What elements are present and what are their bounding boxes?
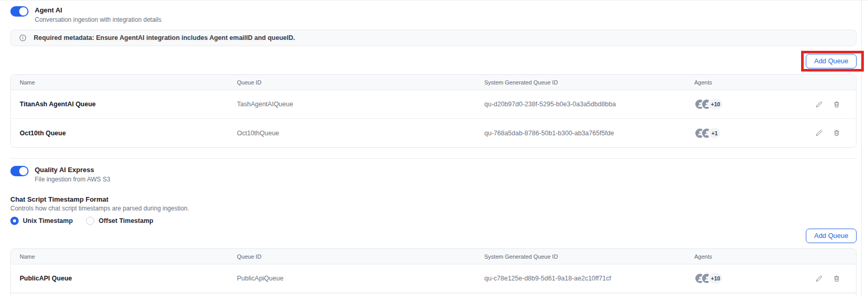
toggle-knob bbox=[19, 7, 27, 16]
queue-id: TashAgentAIQueue bbox=[237, 101, 484, 108]
agent-ai-description: Conversation ingestion with integration … bbox=[35, 16, 161, 24]
quality-ai-queue-table: Name Queue ID System Generated Queue ID … bbox=[10, 248, 857, 296]
queue-id: Oct10thQueue bbox=[237, 130, 484, 137]
table-header: Name Queue ID System Generated Queue ID … bbox=[11, 249, 856, 264]
required-metadata-banner: Required metadata: Ensure AgentAI integr… bbox=[10, 30, 857, 46]
radio-selected-icon bbox=[10, 217, 19, 225]
timestamp-format-label: Chat Script Timestamp Format bbox=[10, 195, 857, 203]
info-icon bbox=[19, 34, 26, 41]
radio-label: Unix Timestamp bbox=[23, 217, 73, 224]
queue-name: Oct10th Queue bbox=[11, 130, 237, 137]
agents-cell: +1 bbox=[694, 127, 798, 139]
radio-unselected-icon bbox=[86, 217, 94, 225]
edit-icon[interactable] bbox=[815, 101, 823, 108]
timestamp-format-description: Controls how chat script timestamps are … bbox=[10, 205, 857, 212]
agent-ai-section-header: Agent AI Conversation ingestion with int… bbox=[10, 6, 857, 24]
system-queue-id: qu-d20b97d0-238f-5295-b0e3-0a3a5dbd8bba bbox=[484, 101, 694, 108]
system-queue-id: qu-768a5dab-8786-50b1-b300-ab3a765f5fde bbox=[484, 130, 694, 137]
col-header-agents: Agents bbox=[694, 79, 798, 86]
timestamp-format-options: Unix Timestamp Offset Timestamp bbox=[10, 217, 857, 225]
delete-icon[interactable] bbox=[833, 275, 841, 283]
edit-icon[interactable] bbox=[815, 129, 823, 137]
table-row-partial bbox=[11, 293, 856, 296]
delete-icon[interactable] bbox=[833, 129, 841, 137]
radio-label: Offset Timestamp bbox=[99, 217, 153, 224]
quality-ai-label: Quality AI Express bbox=[35, 165, 110, 174]
col-header-queue-id: Queue ID bbox=[237, 79, 484, 86]
row-actions bbox=[798, 275, 856, 283]
quality-ai-description: File ingestion from AWS S3 bbox=[35, 175, 110, 184]
settings-page: Agent AI Conversation ingestion with int… bbox=[0, 0, 868, 296]
queue-id: PublicApiQueue bbox=[237, 275, 484, 282]
delete-icon[interactable] bbox=[833, 101, 841, 108]
add-queue-button[interactable]: Add Queue bbox=[806, 54, 857, 68]
table-header: Name Queue ID System Generated Queue ID … bbox=[11, 75, 856, 90]
col-header-system-queue-id: System Generated Queue ID bbox=[484, 253, 694, 260]
queue-name: TitanAsh AgentAI Queue bbox=[11, 101, 237, 108]
add-queue-button[interactable]: Add Queue bbox=[806, 229, 857, 243]
section-divider bbox=[10, 158, 857, 159]
col-header-name: Name bbox=[11, 79, 237, 86]
row-actions bbox=[798, 101, 856, 108]
quality-ai-toggle[interactable] bbox=[10, 166, 29, 176]
col-header-name: Name bbox=[11, 253, 237, 260]
col-header-system-queue-id: System Generated Queue ID bbox=[484, 79, 694, 86]
agents-more-badge: +10 bbox=[708, 272, 723, 285]
agents-cell: +10 bbox=[694, 98, 798, 110]
row-actions bbox=[798, 129, 856, 137]
agent-ai-label: Agent AI bbox=[35, 6, 161, 15]
agent-ai-toggle[interactable] bbox=[10, 6, 29, 17]
add-queue-row-2: Add Queue bbox=[10, 229, 857, 243]
panel-right-border bbox=[861, 1, 862, 296]
agent-ai-queue-table: Name Queue ID System Generated Queue ID … bbox=[10, 74, 857, 148]
queue-name: PublicAPI Queue bbox=[11, 275, 237, 282]
radio-offset-timestamp[interactable]: Offset Timestamp bbox=[86, 217, 153, 225]
edit-icon[interactable] bbox=[815, 275, 823, 283]
radio-unix-timestamp[interactable]: Unix Timestamp bbox=[10, 217, 73, 225]
table-row: TitanAsh AgentAI Queue TashAgentAIQueue … bbox=[11, 90, 856, 119]
table-row: PublicAPI Queue PublicApiQueue qu-c78e12… bbox=[11, 264, 856, 293]
add-queue-row-1: Add Queue bbox=[10, 54, 857, 68]
col-header-agents: Agents bbox=[694, 253, 798, 260]
agents-more-badge: +10 bbox=[708, 98, 723, 110]
col-header-queue-id: Queue ID bbox=[237, 253, 484, 260]
toggle-knob bbox=[19, 167, 27, 175]
agents-cell: +10 bbox=[694, 272, 798, 285]
table-row: Oct10th Queue Oct10thQueue qu-768a5dab-8… bbox=[11, 119, 856, 147]
system-queue-id: qu-c78e125e-d8b9-5d61-9a18-ae2c10ff71cf bbox=[484, 275, 694, 282]
quality-ai-section-header: Quality AI Express File ingestion from A… bbox=[10, 165, 857, 184]
banner-text: Required metadata: Ensure AgentAI integr… bbox=[34, 34, 295, 41]
agents-more-badge: +1 bbox=[708, 127, 721, 139]
